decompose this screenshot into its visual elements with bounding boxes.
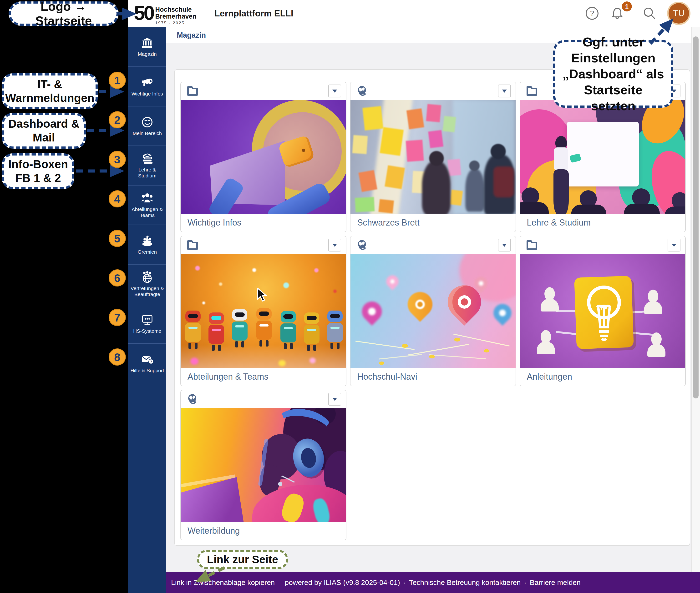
sidebar-nav: Magazin Wichtige Infos Mein Bereich — [128, 27, 166, 593]
footer-support-contact[interactable]: Technische Betreuung kontaktieren — [409, 579, 521, 587]
sidebar-item-hilfe-support[interactable]: ? Hilfe & Support — [128, 343, 166, 383]
footer-report-barrier[interactable]: Barriere melden — [530, 579, 581, 587]
card-wichtige-infos[interactable]: Wichtige Infos — [180, 82, 346, 232]
sidebar-item-gremien[interactable]: Gremien — [128, 225, 166, 264]
card-anleitungen[interactable]: Anleitungen — [520, 236, 686, 386]
megaphone-icon — [141, 76, 153, 89]
card-image-megaphone — [181, 100, 346, 214]
card-weiterbildung[interactable]: Weiterbildung — [180, 390, 346, 540]
annotation-arrow-link — [188, 565, 230, 586]
svg-text:?: ? — [590, 9, 594, 17]
card-actions-dropdown[interactable] — [328, 393, 341, 405]
card-image-lightbulb-network — [520, 254, 686, 369]
card-image-presentation — [520, 100, 686, 214]
annotation-step-5: 5 — [109, 230, 126, 247]
card-actions-dropdown[interactable] — [498, 84, 511, 97]
annotation-infoboxen-fb: Info-Boxen FB 1 & 2 — [2, 153, 74, 189]
annotated-screenshot: 50 Hochschule Bremerhaven 1975 - 2025 Le… — [0, 0, 700, 593]
logo-name-line2: Bremerhaven — [155, 13, 196, 20]
sidebar-item-label: Gremien — [129, 249, 165, 255]
scrollbar-thumb[interactable] — [693, 36, 699, 398]
card-actions-dropdown[interactable] — [328, 239, 341, 251]
chevron-down-icon — [502, 89, 507, 93]
annotation-logo-callout: Logo → Startseite — [8, 1, 119, 26]
footer-powered-by[interactable]: powered by ILIAS (v9.8 2025-04-01) — [285, 579, 400, 587]
annotation-step-4: 4 — [109, 190, 126, 207]
annotation-step-8: 8 — [109, 348, 126, 365]
monitor-icon — [141, 314, 153, 326]
sidebar-item-mein-bereich[interactable]: Mein Bereich — [128, 106, 166, 146]
folder-icon — [526, 85, 538, 96]
weblink-icon — [356, 239, 369, 251]
footer-bar: Link in Zwischenablage kopieren powered … — [166, 572, 700, 593]
repository-panel: Wichtige Infos — [174, 69, 690, 546]
chevron-down-icon — [332, 398, 337, 401]
weblink-icon — [356, 85, 369, 97]
annotation-step-7: 7 — [109, 309, 126, 326]
svg-text:?: ? — [150, 360, 152, 364]
sidebar-item-hs-systeme[interactable]: HS-Systeme — [128, 304, 166, 343]
card-title-link[interactable]: Anleitungen — [520, 368, 685, 386]
sidebar-item-label: Magazin — [129, 51, 165, 57]
sidebar-item-label: Hilfe & Support — [129, 367, 165, 373]
sidebar-item-lehre-studium[interactable]: Lehre & Studium — [128, 146, 166, 185]
chevron-down-icon — [332, 244, 337, 247]
page-title: Lernplattform ELLI — [214, 9, 293, 18]
people-group-icon — [141, 192, 153, 204]
card-schwarzes-brett[interactable]: Schwarzes Brett — [350, 82, 516, 232]
card-title-link[interactable]: Wichtige Infos — [181, 213, 346, 232]
annotation-step-6: 6 — [109, 269, 126, 286]
card-image-robots — [181, 254, 346, 369]
books-icon — [141, 152, 153, 165]
card-abteilungen-teams[interactable]: Abteilungen & Teams — [180, 236, 346, 386]
folder-icon — [187, 85, 198, 96]
sidebar-item-label: Vertretungen & Beauftragte — [129, 285, 165, 297]
globe-people-icon — [141, 271, 153, 283]
card-title-link[interactable]: Weiterbildung — [181, 522, 346, 540]
annotation-step-1: 1 — [109, 72, 126, 89]
sidebar-item-vertretungen-beauftragte[interactable]: Vertretungen & Beauftragte — [128, 264, 166, 304]
annotation-step-3: 3 — [109, 151, 126, 168]
annotation-step-2: 2 — [109, 111, 126, 128]
card-actions-dropdown[interactable] — [668, 239, 680, 251]
footer-separator: · — [524, 579, 526, 587]
logo-anniversary-years: 1975 - 2025 — [155, 21, 196, 26]
bank-icon — [142, 37, 153, 49]
card-image-sticky-notes — [351, 100, 516, 214]
weblink-icon — [187, 393, 199, 405]
header-bar: 50 Hochschule Bremerhaven 1975 - 2025 Le… — [128, 0, 700, 27]
sidebar-item-wichtige-infos[interactable]: Wichtige Infos — [128, 67, 166, 106]
card-title-link[interactable]: Hochschul-Navi — [351, 368, 516, 386]
card-image-map-pins — [351, 254, 516, 369]
card-title-link[interactable]: Abteilungen & Teams — [181, 368, 346, 386]
card-hochschul-navi[interactable]: Hochschul-Navi — [350, 236, 516, 386]
mail-support-icon: ? — [141, 353, 154, 365]
mouse-cursor — [257, 288, 269, 303]
card-title-link[interactable]: Schwarzes Brett — [351, 213, 516, 232]
chevron-down-icon — [332, 89, 337, 93]
smiley-icon — [142, 116, 153, 128]
annotation-arrow-settings — [641, 11, 683, 45]
sidebar-item-label: Lehre & Studium — [129, 167, 165, 179]
sidebar-item-label: HS-Systeme — [129, 328, 165, 334]
card-actions-dropdown[interactable] — [498, 239, 511, 251]
notification-count-badge: 1 — [622, 1, 632, 11]
help-icon[interactable]: ? — [585, 6, 599, 20]
sidebar-item-abteilungen-teams[interactable]: Abteilungen & Teams — [128, 185, 166, 225]
card-image-headset-woman — [181, 408, 346, 523]
annotation-arrow-logo — [119, 7, 143, 21]
breadcrumb-magazin[interactable]: Magazin — [177, 31, 206, 40]
sidebar-item-magazin[interactable]: Magazin — [128, 27, 166, 67]
hochschule-bremerhaven-logo[interactable]: 50 Hochschule Bremerhaven 1975 - 2025 — [134, 2, 196, 25]
committee-icon — [141, 235, 153, 247]
footer-separator: · — [403, 579, 406, 587]
annotation-settings-callout: Ggf. unter Einstellungen „Dashboard“ als… — [553, 40, 673, 108]
folder-icon — [526, 239, 538, 250]
logo-name-line1: Hochschule — [155, 6, 196, 13]
annotation-arrow-3 — [75, 165, 131, 177]
folder-icon — [187, 239, 198, 250]
card-title-link[interactable]: Lehre & Studium — [520, 213, 685, 232]
annotation-it-warnmeldungen: IT- & Warnmeldungen — [2, 73, 98, 109]
card-actions-dropdown[interactable] — [328, 84, 341, 97]
sidebar-item-label: Abteilungen & Teams — [129, 206, 165, 218]
